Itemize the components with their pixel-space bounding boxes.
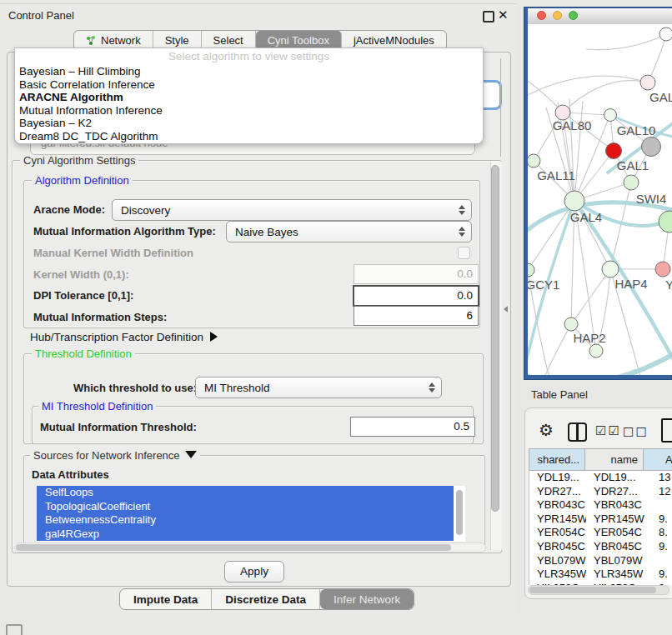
aracne-mode-value: Discovery [121,204,170,217]
table-cell[interactable]: YBL079W [529,554,586,568]
mi-type-combo[interactable]: Naive Bayes [226,221,472,242]
table-cell[interactable]: 12 [644,485,672,499]
columns-icon[interactable] [568,422,587,442]
mi-steps-field[interactable]: 6 [354,306,479,326]
algorithm-dropdown-list: Select algorithm to view settings Bayesi… [14,48,484,144]
mi-threshold-field[interactable]: 0.5 [350,417,475,437]
kernel-width-field[interactable]: 0.0 [354,264,479,284]
algorithm-option-bayesian-hill-climbing[interactable]: Bayesian – Hill Climbing [15,65,483,78]
table-cell[interactable] [644,498,672,512]
network-node-gal10[interactable] [604,109,617,122]
algorithm-option-basic-correlation-inference[interactable]: Basic Correlation Inference [15,78,483,92]
table-row[interactable]: YDL19...YDL19...13 [529,471,672,485]
tab-infer-network[interactable]: Infer Network [320,589,414,609]
table-cell[interactable]: 9. [644,540,672,554]
float-panel-icon[interactable] [483,11,494,22]
sources-group-toggle[interactable]: Sources for Network Inference [30,449,200,462]
column-header-name[interactable]: name [585,448,644,471]
settings-horizontal-scrollbar-thumb[interactable] [16,544,451,551]
network-edge[interactable] [563,81,648,112]
attribute-item-gal4rgexp[interactable]: gal4RGexp [37,528,454,542]
dpi-tolerance-field[interactable]: 0.0 [353,285,479,307]
minimize-traffic-light[interactable] [553,11,562,20]
table-cell[interactable]: YBL079W [586,554,644,568]
table-row[interactable]: YBL079WYBL079W [529,554,672,568]
table-cell[interactable]: YER054C [586,526,644,540]
network-node-y-partial[interactable] [655,262,670,277]
table-cell[interactable]: 13 [644,471,672,485]
algorithm-option-aracne-algorithm[interactable]: ARACNE Algorithm [15,91,483,104]
close-icon[interactable]: ✕ [498,8,509,22]
settings-vertical-scrollbar-thumb[interactable] [491,165,499,512]
attributes-scrollbar[interactable] [456,490,463,535]
table-cell[interactable]: YDL19... [586,471,644,485]
network-node-top-partial[interactable] [659,28,672,41]
aracne-mode-combo[interactable]: Discovery [112,199,472,221]
gear-icon[interactable]: ⚙ [539,420,554,440]
table-row[interactable]: YBR043CYBR043C [529,498,672,512]
network-node-gal10-gray[interactable] [642,138,661,157]
network-node-bottom-partial[interactable] [589,344,603,358]
table-cell[interactable]: 9. [644,568,672,582]
table-cell[interactable]: YBR045C [586,540,644,554]
algorithm-option-mutual-information-inference[interactable]: Mutual Information Inference [15,104,483,118]
table-row[interactable]: YPR145WYPR145W9. [529,512,672,527]
network-edge[interactable] [574,101,583,201]
network-node-gal-partial[interactable] [640,75,655,90]
table-horizontal-scrollbar-thumb[interactable] [529,587,656,593]
stepper-arrows-icon [459,205,465,215]
attribute-item-betweennesscentrality[interactable]: BetweennessCentrality [37,513,454,528]
table-cell[interactable]: YBR043C [586,498,644,512]
column-header-shared[interactable]: shared... [529,448,585,471]
attribute-item-topologicalcoefficient[interactable]: TopologicalCoefficient [37,500,454,514]
network-canvas[interactable]: GALGAL80GAL10GAL1GAL11SWI4GAL4GCY1HAP4YH… [528,24,672,375]
algorithm-option-dream8-dc-tdc-algorithm[interactable]: Dream8 DC_TDC Algorithm [15,130,483,143]
network-node-swi4[interactable] [624,175,639,190]
network-node-hap2[interactable] [564,318,578,331]
table-row[interactable]: YER054CYER054C8. [529,526,672,540]
network-node-left-partial[interactable] [528,263,534,277]
algorithm-option-bayesian-k2[interactable]: Bayesian – K2 [15,117,483,130]
select-all-checkboxes-icon[interactable]: ☑☑ [595,423,621,438]
table-cell[interactable]: YBR043C [529,498,586,512]
table-cell[interactable]: 9. [644,512,672,527]
zoom-traffic-light[interactable] [569,11,578,20]
data-attributes-list[interactable]: SelfLoopsTopologicalCoefficientBetweenne… [37,486,465,542]
network-node-hap4[interactable] [602,261,619,278]
network-edge[interactable] [528,201,574,270]
table-cell[interactable]: YLR345W [529,568,586,582]
network-node-gal11[interactable] [528,154,540,168]
table-cell[interactable]: 8. [644,526,672,540]
table-cell[interactable]: YPR145W [529,512,586,527]
network-edge[interactable] [528,76,648,98]
table-row[interactable]: YLR345WYLR345W9. [529,568,672,582]
table-cell[interactable]: YPR145W [586,512,644,527]
network-node-gal4[interactable] [564,191,584,211]
network-edge[interactable] [586,34,666,50]
table-cell[interactable]: YDR27... [586,485,644,499]
export-table-icon[interactable] [661,418,672,442]
deselect-all-checkboxes-icon[interactable]: ☐☐ [623,425,649,440]
table-cell[interactable] [644,554,672,568]
network-node-gal1[interactable] [606,143,622,159]
network-node-big-right[interactable] [659,211,672,232]
table-cell[interactable]: YDR27... [529,485,586,499]
tab-impute-data[interactable]: Impute Data [120,589,212,609]
table-cell[interactable]: YLR345W [586,568,644,582]
table-cell[interactable]: YBR045C [529,540,586,554]
apply-button[interactable]: Apply [224,561,284,582]
network-window-titlebar[interactable] [528,8,672,25]
which-threshold-combo[interactable]: MI Threshold [195,377,442,398]
table-cell[interactable]: YER054C [529,526,586,540]
tab-discretize-data[interactable]: Discretize Data [212,589,320,609]
table-row[interactable]: YDR27...YDR27...12 [529,485,672,499]
column-header-a[interactable]: A [644,448,672,471]
manual-kernel-checkbox[interactable] [458,247,470,259]
attribute-item-selfloops[interactable]: SelfLoops [37,486,454,500]
hub-section-toggle[interactable]: Hub/Transcription Factor Definition [30,331,218,343]
table-cell[interactable]: YDL19... [529,471,586,485]
table-row[interactable]: YBR045CYBR045C9. [529,540,672,554]
close-traffic-light[interactable] [537,11,546,20]
panel-divider-grip[interactable] [504,306,508,312]
minimized-panel-icon[interactable] [6,624,23,635]
